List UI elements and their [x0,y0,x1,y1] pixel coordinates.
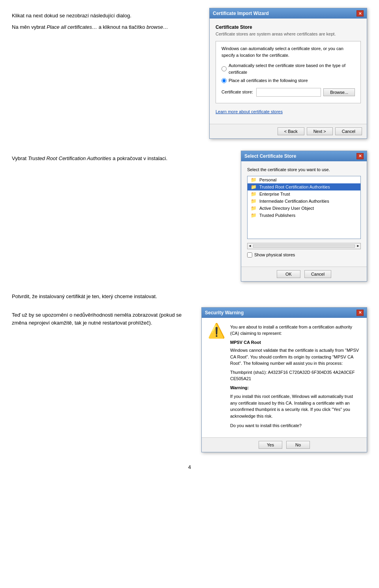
yes-button[interactable]: Yes [259,441,282,449]
select-cert-prompt: Select the certificate store you want to… [247,167,361,172]
cancel-button-1[interactable]: Cancel [335,127,362,135]
page-number: 4 [12,464,367,470]
instruction-4: Potvrdit, že instalovaný certifikát je t… [12,293,367,299]
dialog-titlebar-2: Select Certificate Store ✕ [241,151,367,161]
folder-icon-personal [251,177,257,183]
dialog-title-2: Select Certificate Store [244,153,296,159]
horizontal-scrollbar[interactable]: ◄ ► [247,243,361,249]
text-block-4: Teď už by se upozornění o nedůvěrihodnos… [12,307,193,331]
radio-place-label: Place all certificates in the following … [229,77,308,84]
folder-icon-trusted [251,184,257,190]
close-button-1[interactable]: ✕ [356,10,364,17]
show-physical-stores-row: Show physical stores [247,252,361,258]
dialog-content-1: Certificate Store Certificate stores are… [210,19,367,124]
folder-icon-ad [251,205,257,211]
security-footer: Yes No [202,437,367,452]
dialog-link-container: Learn more about certificate stores [216,107,361,118]
thumbprint-row: Thumbprint (sha1): A4323F16 C720A32D 6F3… [230,369,361,382]
warning-label: Warning: [230,385,361,391]
section-4: Teď už by se upozornění o nedůvěrihodnos… [12,307,367,452]
scroll-track [253,245,355,248]
next-button-1[interactable]: Next > [307,127,333,135]
list-item-intermediate[interactable]: Intermediate Certification Authorities [248,198,360,205]
instruction-2: Na měn vybrat Place all certificates… a … [12,23,201,32]
close-button-3[interactable]: ✕ [356,310,364,316]
list-item-personal[interactable]: Personal [248,176,360,183]
text-block-1: Klikat na next dokud se nezobrazí násled… [12,8,201,35]
certificate-list[interactable]: Personal Trusted Root Certification Auth… [247,176,361,239]
folder-icon-intermediate [251,198,257,204]
select-certificate-store-dialog: Select Certificate Store ✕ Select the ce… [241,151,367,282]
dialog-title-1: Certificate Import Wizard [213,11,269,16]
radio-option-place: Place all certificates in the following … [221,77,355,84]
back-button-1[interactable]: < Back [278,127,304,135]
list-item-enterprise[interactable]: Enterprise Trust [248,190,360,198]
instruction-3: Vybrat Trusted Root Certification Author… [12,155,233,163]
warning-icon: ⚠️ [208,324,225,431]
certificate-stores-link[interactable]: Learn more about certificate stores [216,109,283,114]
body-text-1: Windows can automatically select a certi… [221,45,355,58]
dialog-body-1: Windows can automatically select a certi… [216,41,361,103]
dialog-content-2: Select the certificate store you want to… [241,161,367,267]
dialog-desc-1: Certificate stores are system areas wher… [216,32,361,36]
scroll-left-arrow[interactable]: ◄ [248,244,252,248]
browse-button[interactable]: Browse... [323,88,355,96]
radio-auto-label: Automatically select the certificate sto… [229,62,355,75]
radio-place[interactable] [221,78,227,83]
thumbprint-label: Thumbprint (sha1): [230,370,267,375]
scroll-right-arrow[interactable]: ► [356,244,360,248]
radio-auto[interactable] [221,66,227,71]
section-3: Potvrdit, že instalovaný certifikát je t… [12,293,367,299]
show-physical-stores-checkbox[interactable] [247,252,252,258]
ok-button-2[interactable]: OK [277,270,300,278]
certificate-import-wizard-dialog: Certificate Import Wizard ✕ Certificate … [209,8,367,139]
no-button[interactable]: No [286,441,310,449]
dialog-subtitle-1: Certificate Store [216,24,361,30]
warning-detail: If you install this root certificate, Wi… [230,393,361,419]
section-2: Vybrat Trusted Root Certification Author… [12,151,367,282]
radio-group-1: Automatically select the certificate sto… [221,62,355,84]
security-content: ⚠️ You are about to install a certificat… [202,318,367,437]
instruction-5: Teď už by se upozornění o nedůvěrihodnos… [12,311,193,328]
list-item-trusted-publishers[interactable]: Trusted Publishers [248,212,360,219]
dialog-footer-1: < Back Next > Cancel [210,124,367,138]
dialog-titlebar-3: Security Warning ✕ [202,308,367,318]
list-item-ad-user[interactable]: Active Directory User Object [248,205,360,212]
install-question: Do you want to install this certificate? [230,422,361,429]
warning-text-2: Windows cannot validate that the certifi… [230,347,361,367]
folder-icon-enterprise [251,191,257,197]
dialog-titlebar-1: Certificate Import Wizard ✕ [210,8,367,19]
instruction-1: Klikat na next dokud se nezobrazí násled… [12,12,201,20]
folder-icon-publishers [251,213,257,218]
cert-store-row: Certificate store: Browse... [221,88,355,97]
list-item-trusted-root[interactable]: Trusted Root Certification Authorities [248,183,360,190]
select-cert-footer: OK Cancel [241,267,367,281]
warning-text-1: You are about to install a certificate f… [230,324,361,337]
cert-name: MPSV CA Root [230,339,361,346]
close-button-2[interactable]: ✕ [356,153,364,159]
radio-option-auto: Automatically select the certificate sto… [221,62,355,75]
dialog-title-3: Security Warning [205,310,244,315]
cert-store-input[interactable] [256,88,321,97]
text-block-2: Vybrat Trusted Root Certification Author… [12,151,233,166]
cert-store-label: Certificate store: [221,89,253,95]
show-physical-stores-label: Show physical stores [254,252,295,257]
security-text: You are about to install a certificate f… [230,324,361,431]
section-1: Klikat na next dokud se nezobrazí násled… [12,8,367,139]
cancel-button-2[interactable]: Cancel [304,270,331,278]
security-warning-dialog: Security Warning ✕ ⚠️ You are about to i… [201,307,367,452]
